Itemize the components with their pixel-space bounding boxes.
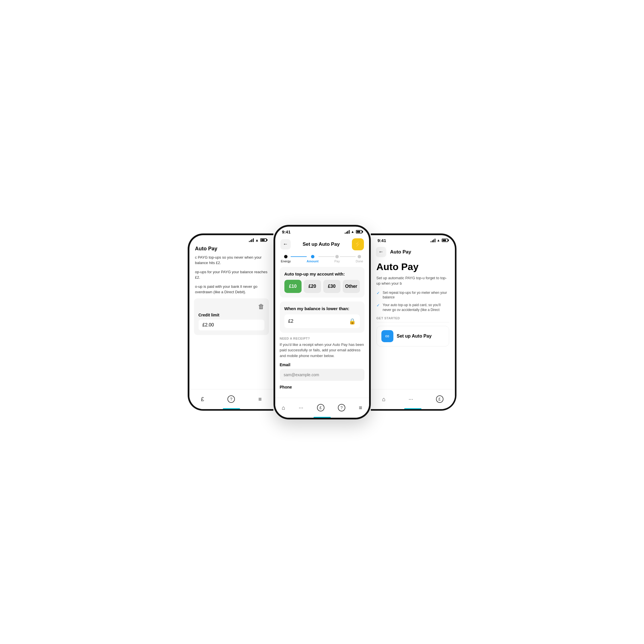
email-input[interactable] <box>280 369 364 381</box>
bottom-nav-right: ⌂ ⋯ £ <box>371 389 455 409</box>
check-text-2: Your auto top-up is paid card, so you'll… <box>383 303 449 312</box>
help-icon-left: ? <box>227 395 235 403</box>
check-icon-1: ✓ <box>377 290 380 300</box>
center-content: ← Set up Auto Pay ⚡ Energy Amount <box>275 236 369 419</box>
amount-btn-20[interactable]: £20 <box>304 280 321 293</box>
active-bar-center <box>314 417 331 418</box>
step-dot-done <box>358 255 361 258</box>
step-amount: Amount <box>307 255 319 263</box>
right-desc: Set up automatic PAYG top-u forget to to… <box>377 275 449 286</box>
receipt-desc: If you'd like a receipt when your Auto P… <box>280 342 364 359</box>
nav-item-menu-center[interactable]: ≡ <box>359 405 362 411</box>
battery-icon-right <box>442 239 448 242</box>
back-button-right[interactable]: ← <box>376 247 386 257</box>
status-icons-right: ▲ <box>431 238 448 242</box>
balance-card: When my balance is lower than: £2 🔒 <box>280 302 364 333</box>
progress-line-2 <box>318 256 334 257</box>
activity-icon-right: ⋯ <box>409 397 413 402</box>
pound-icon-left: £ <box>201 396 204 403</box>
right-body: Auto Pay Set up automatic PAYG top-u for… <box>371 260 455 348</box>
credit-limit-card: 🗑 Credit limit £2.00 <box>194 298 269 335</box>
credit-limit-value: £2.00 <box>199 320 264 330</box>
step-dot-amount <box>311 255 314 258</box>
amount-btn-10[interactable]: £10 <box>284 280 302 293</box>
step-pay: Pay <box>334 255 340 263</box>
wifi-icon-left: ▲ <box>255 238 259 242</box>
step-label-done: Done <box>356 259 363 263</box>
nav-item-help-left[interactable]: ? <box>227 395 235 403</box>
left-body-line-2: op-ups for your PAYG your balance reache… <box>195 269 268 280</box>
step-label-pay: Pay <box>334 259 340 263</box>
setup-autopay-button[interactable]: ∞ Set up Auto Pay <box>377 326 449 346</box>
delete-icon[interactable]: 🗑 <box>258 303 264 310</box>
infinity-icon: ∞ <box>381 330 393 342</box>
nav-item-pound-right[interactable]: £ <box>436 395 443 403</box>
nav-item-menu-left[interactable]: ≡ <box>258 396 262 403</box>
menu-icon-center: ≡ <box>359 405 362 411</box>
left-body-text: c PAYG top-ups so you never when your ba… <box>189 255 274 295</box>
amount-options: £10 £20 £30 Other <box>284 280 360 293</box>
amount-btn-other[interactable]: Other <box>343 280 360 293</box>
setup-btn-label: Set up Auto Pay <box>397 334 432 339</box>
divider-right <box>377 322 449 322</box>
check-item-1: ✓ Set repeat top-ups for yo meter when y… <box>377 290 449 300</box>
phone-left: ▲ Auto Pay c PAYG top-ups so you never w… <box>188 233 274 411</box>
receipt-label: NEED A RECEIPT? <box>280 337 364 340</box>
step-energy: Energy <box>281 255 291 263</box>
lock-icon: 🔒 <box>349 318 356 325</box>
lightning-button[interactable]: ⚡ <box>352 238 364 250</box>
check-text-1: Set repeat top-ups for yo meter when you… <box>383 290 449 300</box>
right-header-title: Auto Pay <box>390 249 411 255</box>
pound-icon-center: £ <box>317 404 324 411</box>
active-bar-left <box>223 408 240 409</box>
time-center: 9:41 <box>282 229 291 234</box>
home-icon-right: ⌂ <box>382 396 385 403</box>
nav-item-home-center[interactable]: ⌂ <box>282 405 285 411</box>
left-content: Auto Pay c PAYG top-ups so you never whe… <box>189 244 274 411</box>
nav-item-help-center[interactable]: ? <box>338 404 345 411</box>
step-label-energy: Energy <box>281 259 291 263</box>
time-right: 9:41 <box>378 238 386 243</box>
get-started-label: GET STARTED <box>377 316 449 320</box>
active-bar-right <box>404 408 421 409</box>
left-app-title: Auto Pay <box>189 244 274 255</box>
bottom-nav-center: ⌂ ⋯ £ ? ≡ <box>275 398 369 418</box>
phone-group: Phone <box>280 385 364 389</box>
check-item-2: ✓ Your auto top-up is paid card, so you'… <box>377 303 449 312</box>
topup-card: Auto top-up my account with: £10 £20 £30… <box>280 267 364 298</box>
phone-center: 9:41 ▲ ← Set up Auto Pay ⚡ <box>274 225 371 419</box>
phone-label: Phone <box>280 385 364 389</box>
bottom-nav-left: £ ? ≡ <box>189 389 274 409</box>
nav-item-pound-left[interactable]: £ <box>201 396 204 403</box>
status-icons-left: ▲ <box>249 238 266 242</box>
progress-line-3 <box>340 256 356 257</box>
check-icon-2: ✓ <box>377 303 380 312</box>
signal-icon-center <box>345 230 350 234</box>
receipt-section: NEED A RECEIPT? If you'd like a receipt … <box>275 337 369 397</box>
credit-limit-label: Credit limit <box>199 313 264 317</box>
amount-btn-30[interactable]: £30 <box>323 280 340 293</box>
battery-icon-center <box>356 230 362 233</box>
email-group: Email <box>280 362 364 381</box>
signal-icon-left <box>249 238 254 242</box>
phone-right: 9:41 ▲ ← Auto Pay Auto Pay Set up a <box>371 233 457 411</box>
left-body-line-3: o-up is paid with your bank ll never go … <box>195 284 268 295</box>
balance-input-row: £2 🔒 <box>284 314 360 328</box>
nav-item-pound-center[interactable]: £ <box>317 404 324 411</box>
nav-item-home-right[interactable]: ⌂ <box>382 396 385 403</box>
progress-steps: Energy Amount Pay Done <box>275 253 369 267</box>
pound-icon-right: £ <box>436 395 443 403</box>
battery-icon-left <box>260 238 267 242</box>
nav-item-activity-center[interactable]: ⋯ <box>299 405 303 411</box>
nav-item-activity-right[interactable]: ⋯ <box>409 397 413 402</box>
balance-title: When my balance is lower than: <box>284 306 360 311</box>
back-button-center[interactable]: ← <box>280 239 291 249</box>
left-body-line-1: c PAYG top-ups so you never when your ba… <box>195 255 268 266</box>
back-arrow-right: ← <box>379 249 384 255</box>
status-bar-left: ▲ <box>189 235 274 244</box>
menu-icon-left: ≡ <box>258 396 262 403</box>
step-done: Done <box>356 255 363 263</box>
email-label: Email <box>280 362 364 367</box>
status-bar-center: 9:41 ▲ <box>275 227 369 236</box>
step-label-amount: Amount <box>307 259 319 263</box>
